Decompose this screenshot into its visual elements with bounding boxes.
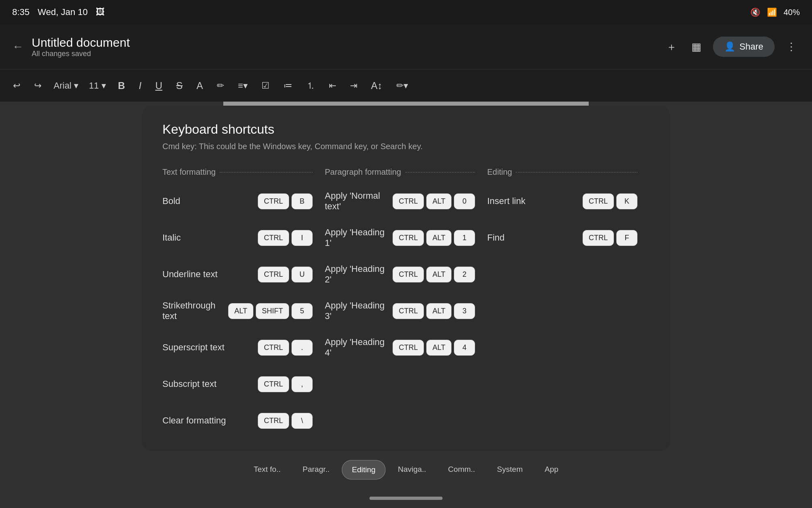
superscript-keys: CTRL .	[258, 340, 313, 356]
ctrl-key: CTRL	[393, 303, 424, 319]
alt-key: ALT	[426, 267, 451, 282]
ctrl-key: CTRL	[583, 230, 614, 246]
bold-label: Bold	[162, 196, 258, 206]
insert-link-shortcut: Insert link CTRL K	[487, 189, 637, 213]
edit-mode-button[interactable]: ✏▾	[391, 77, 413, 94]
strikethrough-button[interactable]: S	[171, 77, 188, 95]
ctrl-key: CTRL	[258, 340, 289, 356]
u-key: U	[292, 267, 313, 282]
paragraph-formatting-label: Paragraph formatting	[325, 167, 401, 177]
share-button[interactable]: 👤 Share	[713, 37, 775, 57]
subscript-keys: CTRL ,	[258, 376, 313, 392]
paragraph-formatting-column: Paragraph formatting Apply 'Normal text'…	[325, 167, 487, 445]
mute-icon: 🔇	[750, 7, 760, 17]
share-label: Share	[739, 41, 763, 52]
top-bar: ← Untitled document All changes saved ＋ …	[0, 24, 812, 69]
italic-keys: CTRL I	[258, 230, 313, 246]
decrease-indent-button[interactable]: ⇤	[324, 77, 341, 94]
f-key: F	[616, 230, 637, 246]
ctrl-key: CTRL	[393, 340, 424, 356]
italic-label: Italic	[162, 232, 258, 243]
wifi-icon: 📶	[767, 7, 777, 17]
share-icon: 👤	[724, 41, 735, 52]
font-color-button[interactable]: A	[192, 77, 208, 95]
normal-text-label: Apply 'Normal text'	[325, 191, 393, 212]
modal-subtitle: Cmd key: This could be the Windows key, …	[162, 142, 650, 151]
4-key: 4	[454, 340, 475, 356]
modal-title: Keyboard shortcuts	[162, 122, 650, 137]
text-formatting-label: Text formatting	[162, 167, 216, 177]
editing-column: Editing Insert link CTRL K Find CTRL	[487, 167, 650, 445]
paragraph-formatting-header: Paragraph formatting	[325, 167, 475, 177]
font-name: Arial	[54, 80, 71, 91]
alt-key: ALT	[426, 230, 451, 246]
ctrl-key: CTRL	[258, 230, 289, 246]
bottom-handle	[369, 497, 443, 500]
text-style-button[interactable]: A↕	[366, 77, 387, 95]
2-key: 2	[454, 267, 475, 282]
alt-key: ALT	[228, 303, 253, 319]
checklist-button[interactable]: ☑	[257, 77, 274, 94]
heading4-label: Apply 'Heading 4'	[325, 337, 393, 358]
comma-key: ,	[292, 376, 313, 392]
insert-link-label: Insert link	[487, 196, 583, 206]
clear-formatting-shortcut: Clear formatting CTRL \	[162, 408, 313, 433]
bullet-list-button[interactable]: ≔	[279, 77, 297, 94]
ctrl-key: CTRL	[258, 413, 289, 429]
photo-icon: 🖼	[96, 7, 105, 17]
align-button[interactable]: ≡▾	[233, 77, 253, 94]
heading1-label: Apply 'Heading 1'	[325, 227, 393, 248]
more-options-icon[interactable]: ⋮	[783, 37, 800, 56]
1-key: 1	[454, 230, 475, 246]
text-formatting-header: Text formatting	[162, 167, 313, 177]
editing-header: Editing	[487, 167, 637, 177]
redo-button[interactable]: ↪	[29, 77, 46, 94]
shift-key: SHIFT	[256, 303, 289, 319]
font-selector[interactable]: Arial ▾	[50, 80, 82, 91]
increase-indent-button[interactable]: ⇥	[345, 77, 362, 94]
ctrl-key: CTRL	[258, 193, 289, 209]
clear-formatting-keys: CTRL \	[258, 413, 313, 429]
bold-button[interactable]: B	[113, 77, 130, 95]
editing-divider	[516, 172, 637, 173]
strikethrough-label: Strikethrough text	[162, 300, 228, 321]
k-key: K	[616, 193, 637, 209]
insert-link-keys: CTRL K	[583, 193, 637, 209]
highlight-button[interactable]: ✏	[212, 77, 229, 94]
date-display: Wed, Jan 10	[38, 7, 88, 17]
bold-keys: CTRL B	[258, 193, 313, 209]
heading2-keys: CTRL ALT 2	[393, 267, 475, 282]
0-key: 0	[454, 193, 475, 209]
heading4-keys: CTRL ALT 4	[393, 340, 475, 356]
grid-view-icon[interactable]: ▦	[688, 37, 705, 56]
find-label: Find	[487, 232, 583, 243]
heading1-shortcut: Apply 'Heading 1' CTRL ALT 1	[325, 226, 475, 250]
back-button[interactable]: ←	[12, 40, 24, 53]
alt-key: ALT	[426, 193, 451, 209]
undo-button[interactable]: ↩	[8, 77, 25, 94]
subscript-label: Subscript text	[162, 379, 258, 389]
subscript-shortcut: Subscript text CTRL ,	[162, 372, 313, 396]
status-bar-left: 8:35 Wed, Jan 10 🖼	[12, 7, 105, 17]
superscript-shortcut: Superscript text CTRL .	[162, 335, 313, 360]
doc-title: Untitled document	[32, 36, 655, 50]
alt-key: ALT	[426, 340, 451, 356]
numbered-list-button[interactable]: ⒈	[301, 76, 320, 95]
text-formatting-divider	[220, 172, 313, 173]
doc-info: Untitled document All changes saved	[32, 36, 655, 58]
underline-keys: CTRL U	[258, 267, 313, 282]
heading2-shortcut: Apply 'Heading 2' CTRL ALT 2	[325, 262, 475, 287]
5-key: 5	[292, 303, 313, 319]
editing-label: Editing	[487, 167, 512, 177]
font-size-dropdown-icon: ▾	[102, 80, 106, 91]
normal-text-shortcut: Apply 'Normal text' CTRL ALT 0	[325, 189, 475, 213]
italic-button[interactable]: I	[134, 77, 147, 95]
font-size-selector[interactable]: 11 ▾	[86, 80, 109, 91]
toolbar: ↩ ↪ Arial ▾ 11 ▾ B I U S A ✏ ≡▾ ☑ ≔ ⒈ ⇤ …	[0, 69, 812, 102]
font-size: 11	[89, 80, 99, 91]
add-icon[interactable]: ＋	[663, 37, 680, 57]
document-area: High Summet Keyboard shortcuts Cmd key: …	[0, 102, 812, 508]
strikethrough-shortcut: Strikethrough text ALT SHIFT 5	[162, 299, 313, 323]
backslash-key: \	[292, 413, 313, 429]
underline-button[interactable]: U	[151, 77, 167, 95]
